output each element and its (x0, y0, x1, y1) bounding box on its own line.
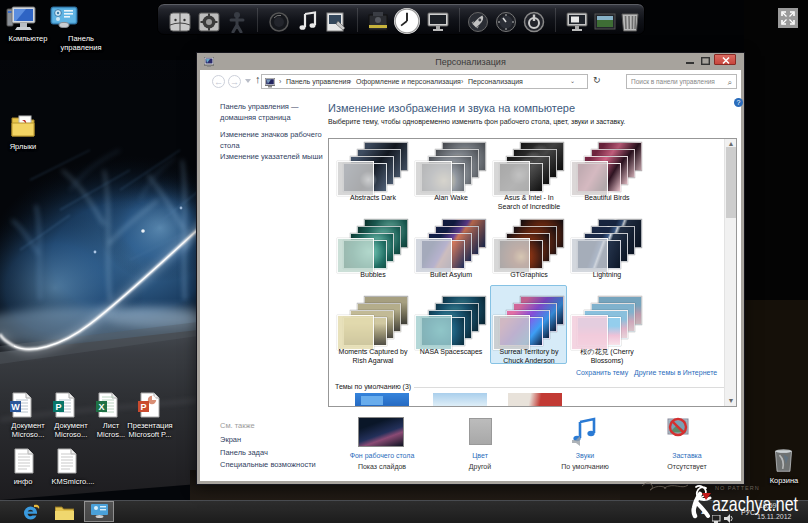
svg-text:P: P (140, 402, 146, 412)
svg-text:X: X (98, 402, 104, 412)
svg-text:W: W (11, 402, 20, 412)
svg-text:P: P (55, 402, 61, 412)
svg-text:azachya.net: azachya.net (712, 492, 798, 515)
